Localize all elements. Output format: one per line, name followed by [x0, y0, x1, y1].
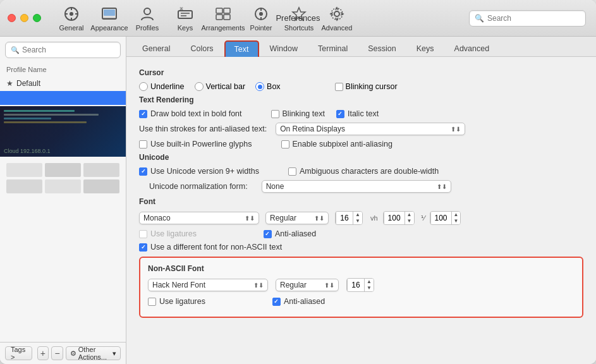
thin-strokes-dropdown[interactable]: On Retina Displays ⬆⬇ — [276, 123, 465, 135]
top-search-bar[interactable]: 🔍 — [469, 10, 586, 27]
toolbar-item-profiles[interactable]: Profiles — [130, 3, 165, 34]
use-ligatures-label: Use ligatures — [150, 229, 197, 238]
default-star-icon: ★ — [6, 79, 13, 88]
anti-aliased-checkbox[interactable] — [264, 230, 272, 238]
vertical-bar-radio[interactable] — [195, 82, 204, 91]
fraction-down[interactable]: ▼ — [452, 218, 461, 224]
anti-aliased2-item[interactable]: Anti-aliased — [272, 297, 325, 306]
use-ligatures2-item[interactable]: Use ligatures — [148, 297, 205, 306]
font-options-row: Use ligatures Anti-aliased — [139, 229, 583, 238]
toolbar-item-advanced[interactable]: Advanced — [319, 3, 355, 34]
minimize-button[interactable] — [20, 14, 28, 22]
ambiguous-checkbox[interactable] — [288, 167, 296, 176]
toolbar-item-pointer[interactable]: Pointer — [243, 3, 279, 34]
tab-bar: General Colors Text Window Terminal Sess… — [126, 37, 596, 57]
thin-strokes-label: Use thin strokes for anti-aliased text: — [139, 124, 267, 133]
blinking-cursor-checkbox[interactable] — [335, 83, 343, 91]
use-ligatures2-checkbox[interactable] — [148, 298, 156, 306]
close-button[interactable] — [8, 14, 16, 22]
thumbnail-bg: Cloud 192.168.0.1 — [0, 106, 126, 157]
tab-text[interactable]: Text — [224, 40, 259, 57]
blinking-text-item[interactable]: Blinking text — [271, 109, 325, 118]
font-section-title: Font — [139, 197, 583, 206]
subpixel-checkbox[interactable] — [281, 140, 289, 149]
cursor-vertical-bar[interactable]: Vertical bar — [195, 82, 246, 91]
remove-profile-button[interactable]: − — [51, 346, 63, 360]
profile-item-default[interactable]: ★ Default — [0, 76, 126, 91]
gear-icon: ⚙ — [70, 349, 76, 358]
cursor-underline[interactable]: Underline — [139, 82, 185, 91]
unicode-version-checkbox[interactable] — [139, 167, 147, 176]
non-ascii-size-up[interactable]: ▲ — [365, 279, 374, 285]
underline-radio[interactable] — [139, 82, 148, 91]
italic-text-checkbox[interactable] — [336, 110, 344, 118]
font-size-down[interactable]: ▼ — [353, 218, 362, 224]
non-ascii-size-down[interactable]: ▼ — [365, 285, 374, 291]
tab-colors[interactable]: Colors — [181, 40, 222, 57]
ambiguous-item[interactable]: Ambiguous characters are double-width — [288, 167, 439, 176]
sidebar-search-bar[interactable]: 🔍 — [5, 42, 121, 58]
font-name-dropdown[interactable]: Monaco ⬆⬇ — [139, 212, 259, 224]
vh-stepper[interactable]: 100 ▲ ▼ — [383, 211, 415, 225]
unicode-section-title: Unicode — [139, 153, 583, 162]
fraction-up[interactable]: ▲ — [452, 212, 461, 218]
vh-down[interactable]: ▼ — [405, 218, 414, 224]
non-ascii-size-stepper[interactable]: 16 ▲ ▼ — [346, 278, 374, 292]
other-actions-button[interactable]: ⚙ Other Actions... ▾ — [66, 346, 121, 360]
diff-font-item[interactable]: Use a different font for non-ASCII text — [139, 243, 282, 252]
powerline-item[interactable]: Use built-in Powerline glyphs — [139, 140, 252, 149]
font-size-up[interactable]: ▲ — [353, 212, 362, 218]
non-ascii-style-dropdown[interactable]: Regular ⬆⬇ — [276, 279, 339, 291]
anti-aliased2-checkbox[interactable] — [272, 298, 281, 306]
use-ligatures-item[interactable]: Use ligatures — [139, 229, 197, 238]
tab-advanced[interactable]: Advanced — [445, 40, 499, 57]
blinking-cursor-label: Blinking cursor — [346, 82, 398, 91]
anti-aliased-item[interactable]: Anti-aliased — [264, 229, 316, 238]
underline-label: Underline — [150, 82, 185, 91]
box-radio-dot — [258, 85, 262, 89]
svg-rect-8 — [104, 9, 115, 16]
pointer-label: Pointer — [250, 24, 272, 32]
svg-rect-16 — [216, 15, 222, 20]
italic-text-item[interactable]: Italic text — [336, 109, 379, 118]
box-radio[interactable] — [255, 82, 264, 91]
font-size-stepper[interactable]: 16 ▲ ▼ — [335, 211, 363, 225]
keys-label: Keys — [178, 24, 193, 32]
maximize-button[interactable] — [33, 14, 41, 22]
preferences-window: General Appearance — [0, 0, 596, 364]
non-ascii-font-dropdown[interactable]: Hack Nerd Font ⬆⬇ — [148, 279, 268, 291]
use-ligatures-checkbox[interactable] — [139, 230, 147, 238]
toolbar-item-appearance[interactable]: Appearance — [92, 3, 127, 34]
text-panel-content: Cursor Underline Vertical bar — [126, 57, 596, 364]
font-style-dropdown[interactable]: Regular ⬆⬇ — [265, 212, 329, 224]
toolbar-item-keys[interactable]: ⌘ Keys — [167, 3, 203, 34]
tab-window[interactable]: Window — [260, 40, 307, 57]
vh-up[interactable]: ▲ — [405, 212, 414, 218]
normalization-dropdown[interactable]: None ⬆⬇ — [262, 180, 451, 193]
powerline-checkbox[interactable] — [139, 140, 147, 149]
svg-point-9 — [144, 8, 150, 15]
tab-session[interactable]: Session — [358, 40, 405, 57]
diff-font-checkbox[interactable] — [139, 243, 147, 252]
blinking-text-checkbox[interactable] — [271, 110, 279, 118]
tab-general[interactable]: General — [133, 40, 179, 57]
vertical-bar-label: Vertical bar — [206, 82, 246, 91]
traffic-lights — [8, 14, 41, 22]
profiles-label: Profiles — [136, 24, 159, 32]
non-ascii-font-value: Hack Nerd Font — [152, 281, 205, 289]
tab-keys[interactable]: Keys — [407, 40, 444, 57]
toolbar-item-general[interactable]: General — [54, 3, 89, 34]
profile-item-selected[interactable] — [0, 91, 126, 105]
subpixel-item[interactable]: Enable subpixel anti-aliasing — [281, 140, 392, 149]
draw-bold-item[interactable]: Draw bold text in bold font — [139, 109, 242, 118]
tab-terminal[interactable]: Terminal — [308, 40, 357, 57]
unicode-version-item[interactable]: Use Unicode version 9+ widths — [139, 167, 259, 176]
add-profile-button[interactable]: + — [37, 346, 49, 360]
fraction-stepper[interactable]: 100 ▲ ▼ — [430, 211, 461, 225]
cursor-box[interactable]: Box — [255, 82, 281, 91]
tags-button[interactable]: Tags > — [5, 346, 32, 360]
sidebar-search-input[interactable] — [22, 46, 115, 54]
top-search-input[interactable] — [487, 14, 580, 23]
toolbar-item-arrangements[interactable]: Arrangements — [205, 3, 241, 34]
draw-bold-checkbox[interactable] — [139, 110, 147, 118]
